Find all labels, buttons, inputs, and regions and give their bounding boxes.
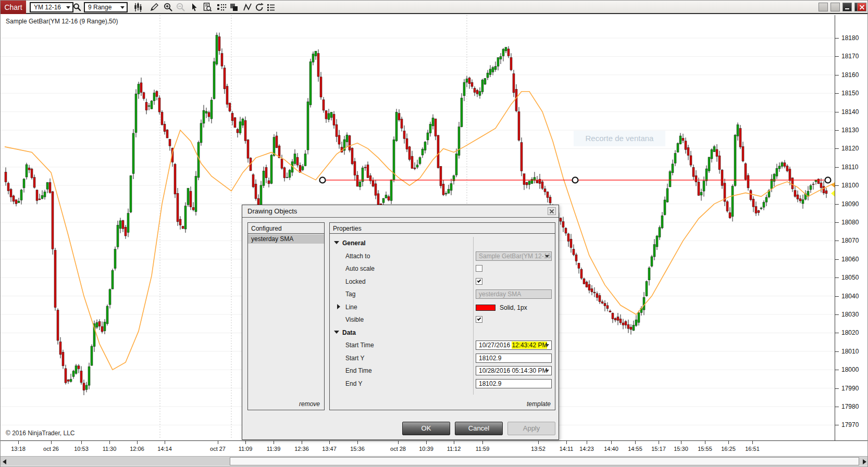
pencil-icon[interactable] (148, 2, 160, 13)
end-y-textbox[interactable]: 18102.9 (476, 379, 552, 388)
x-axis-label: 13:18 (11, 446, 26, 452)
dialog-title: Drawing Objects (247, 207, 297, 215)
x-axis-label: 12:36 (294, 446, 309, 452)
dialog-close-button[interactable] (548, 207, 556, 215)
attach-to-dropdown[interactable]: Sample GetBar(YM 12-16 (9 Ran... (476, 251, 552, 261)
configured-item[interactable]: yesterday SMA (248, 234, 324, 244)
cancel-button[interactable]: Cancel (455, 422, 503, 435)
property-label: Tag (345, 291, 355, 298)
line-color-swatch[interactable] (476, 305, 495, 311)
scroll-left-icon[interactable] (3, 459, 6, 464)
zigzag-icon[interactable] (241, 2, 254, 13)
start-time-combo[interactable]: 10/27/2016 12:43:42 PM (476, 340, 552, 350)
template-link[interactable]: template (527, 400, 551, 408)
chart-tab[interactable]: Chart (1, 1, 26, 14)
y-axis-label: 18000 (841, 366, 859, 373)
x-axis-tick (51, 441, 52, 444)
auto-scale-checkbox[interactable] (476, 265, 482, 272)
dialog-titlebar[interactable]: Drawing Objects (242, 205, 559, 218)
start-time-control: 10/27/2016 12:43:42 PM (476, 340, 552, 350)
y-axis-tick (835, 370, 839, 370)
x-axis-tick (659, 441, 659, 444)
ok-button[interactable]: OK (402, 422, 450, 435)
configured-header: Configured (248, 223, 324, 234)
snip-watermark: Recorte de ventana (574, 131, 665, 146)
y-axis-tick (835, 148, 839, 149)
window-extra-button-2[interactable] (830, 3, 840, 11)
zoom-in-icon[interactable] (162, 2, 175, 13)
toolbar: Chart YM 12-16 9 Range (1, 1, 868, 14)
y-axis-label: 18140 (841, 108, 859, 116)
y-axis-label: 18110 (841, 163, 858, 171)
close-button[interactable] (857, 3, 866, 11)
x-axis-tick (728, 441, 729, 444)
y-axis-label: 18150 (841, 90, 859, 97)
chart-style-icon[interactable] (132, 2, 144, 13)
collapse-arrow-icon[interactable] (334, 241, 339, 244)
line-handle[interactable] (825, 177, 831, 183)
property-label: Attach to (345, 253, 370, 260)
y-axis-tick (835, 407, 839, 407)
chart-trader-icon[interactable] (201, 2, 214, 13)
search-icon[interactable] (72, 3, 82, 12)
property-label: Auto scale (345, 265, 375, 272)
start-y-textbox[interactable]: 18102.9 (476, 354, 552, 363)
chevron-down-icon (120, 6, 125, 9)
remove-link[interactable]: remove (299, 400, 320, 408)
scroll-right-icon[interactable] (863, 459, 866, 464)
window-extra-button-1[interactable] (819, 3, 828, 11)
panels-icon[interactable] (228, 2, 240, 13)
x-axis-tick (566, 441, 567, 444)
instrument-select[interactable]: YM 12-16 (30, 2, 73, 12)
time-axis[interactable]: 13:18oct 2610:5311:3012:0614:14oct 2711:… (1, 440, 868, 456)
range-select[interactable]: 9 Range (84, 2, 128, 12)
horizontal-scrollbar[interactable] (1, 456, 868, 466)
visible-checkbox[interactable] (476, 316, 482, 323)
x-axis-tick (357, 441, 358, 444)
x-axis-tick (274, 441, 274, 444)
minimize-button[interactable] (842, 3, 852, 11)
expand-arrow-icon[interactable] (337, 304, 340, 309)
line-handle[interactable] (320, 177, 326, 183)
locked-checkbox[interactable] (476, 278, 482, 285)
cursor-icon[interactable] (188, 2, 201, 13)
apply-button[interactable]: Apply (507, 422, 555, 435)
x-axis-label: 16:51 (745, 446, 760, 452)
line-handle[interactable] (573, 177, 578, 183)
property-label: General (342, 239, 366, 247)
y-axis-label: 18160 (841, 71, 859, 79)
tag-control: yesterday SMA (476, 289, 552, 299)
zoom-out-icon[interactable] (175, 2, 187, 13)
y-axis-label: 18060 (841, 256, 859, 263)
x-axis-label: 11:09 (239, 446, 253, 452)
price-axis[interactable]: 1797017980179901800018010180201803018040… (835, 15, 868, 455)
check-icon (477, 279, 481, 283)
y-axis-label: 18120 (841, 145, 859, 152)
scrollbar-thumb[interactable] (230, 457, 859, 465)
property-label: Locked (345, 278, 366, 285)
x-axis-tick (18, 441, 19, 444)
x-axis-tick (218, 441, 218, 444)
drawing-objects-dialog: Drawing Objects Configured yesterday SMA… (242, 205, 559, 440)
data-grid-icon[interactable] (215, 2, 228, 13)
x-axis-label: 12:06 (130, 446, 144, 452)
x-axis-label: 11:12 (447, 446, 461, 452)
properties-panel: Properties GeneralAttach toSample GetBar… (329, 222, 555, 410)
y-axis-label: 17980 (841, 403, 859, 410)
y-axis-tick (835, 314, 839, 315)
reload-icon[interactable] (253, 2, 266, 13)
end-y-control: 18102.9 (476, 379, 552, 388)
x-axis-label: 15:30 (674, 446, 688, 452)
end-time-combo[interactable]: 10/28/2016 05:14:30 PM (476, 366, 552, 375)
x-axis-label: 13:52 (531, 446, 545, 452)
y-axis-label: 18020 (841, 329, 859, 336)
collapse-arrow-icon[interactable] (334, 331, 339, 334)
configured-list: yesterday SMA (248, 234, 324, 244)
property-label: Line (345, 304, 357, 311)
tag-textbox[interactable]: yesterday SMA (476, 289, 552, 299)
properties-list-icon[interactable] (265, 2, 277, 13)
x-axis-label: 14:11 (560, 446, 574, 452)
y-axis-tick (835, 277, 839, 278)
x-axis-label: 10:39 (419, 446, 433, 452)
selected-text: 12:43:42 PM (512, 342, 547, 349)
